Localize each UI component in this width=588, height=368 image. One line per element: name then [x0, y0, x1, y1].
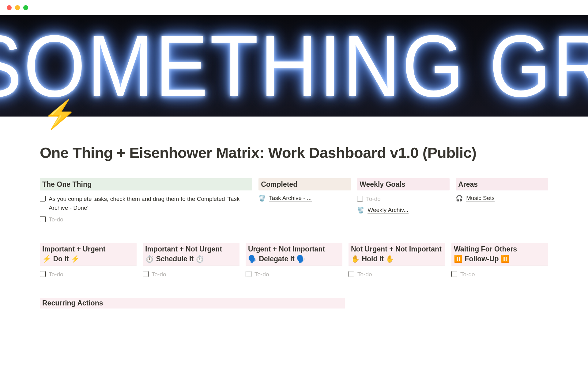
- window-titlebar: [0, 0, 588, 15]
- checkbox[interactable]: [40, 216, 46, 222]
- page-icon[interactable]: ⚡: [43, 98, 77, 130]
- headphones-icon: 🎧: [456, 195, 463, 202]
- checkbox[interactable]: [40, 271, 46, 277]
- matrix-heading[interactable]: Important + Urgent ⚡ Do It ⚡: [40, 243, 137, 266]
- cover-neon-text: DO SOMETHING GREAT: [0, 22, 588, 110]
- todo-placeholder[interactable]: To-do: [460, 270, 548, 279]
- matrix-heading[interactable]: Urgent + Not Important 🗣️ Delegate It 🗣️: [246, 243, 342, 266]
- checkbox[interactable]: [451, 271, 457, 277]
- matrix-row: Important + Urgent ⚡ Do It ⚡ To-do Impor…: [40, 243, 548, 281]
- top-row: The One Thing As you complete tasks, che…: [40, 178, 548, 226]
- minimize-window-button[interactable]: [15, 5, 20, 10]
- one-thing-heading[interactable]: The One Thing: [40, 178, 252, 190]
- completed-heading[interactable]: Completed: [258, 178, 351, 190]
- matrix-col-do-it: Important + Urgent ⚡ Do It ⚡ To-do: [40, 243, 137, 281]
- matrix-col-follow-up: Waiting For Others ⏸️ Follow-Up ⏸️ To-do: [451, 243, 548, 281]
- link-text[interactable]: Music Sets: [466, 195, 495, 202]
- checkbox[interactable]: [40, 196, 46, 201]
- checkbox[interactable]: [143, 271, 149, 277]
- maximize-window-button[interactable]: [23, 5, 28, 10]
- matrix-col-hold-it: Not Urgent + Not Important ✋ Hold It ✋ T…: [349, 243, 445, 281]
- checkbox[interactable]: [349, 271, 354, 277]
- areas-heading[interactable]: Areas: [456, 178, 548, 190]
- todo-item[interactable]: To-do: [451, 269, 548, 280]
- recurring-section: Recurring Actions: [40, 298, 548, 309]
- todo-item[interactable]: To-do: [40, 269, 137, 280]
- checkbox[interactable]: [246, 271, 251, 277]
- page-link[interactable]: 🎧 Music Sets: [456, 194, 548, 203]
- todo-placeholder[interactable]: To-do: [357, 270, 445, 279]
- page-link[interactable]: 🗑️ Task Archive - ...: [258, 194, 351, 203]
- matrix-heading[interactable]: Not Urgent + Not Important ✋ Hold It ✋: [349, 243, 445, 266]
- link-text[interactable]: Weekly Archiv...: [368, 207, 408, 214]
- todo-item[interactable]: To-do: [246, 269, 342, 280]
- todo-item[interactable]: To-do: [357, 194, 450, 205]
- matrix-heading[interactable]: Important + Not Urgent ⏱️ Schedule It ⏱️: [143, 243, 239, 266]
- todo-item[interactable]: To-do: [143, 269, 239, 280]
- weekly-goals-column: Weekly Goals To-do 🗑️ Weekly Archiv...: [357, 178, 450, 226]
- trash-icon: 🗑️: [258, 195, 266, 202]
- todo-placeholder[interactable]: To-do: [152, 270, 239, 279]
- todo-item[interactable]: As you complete tasks, check them and dr…: [40, 194, 252, 213]
- close-window-button[interactable]: [7, 5, 12, 10]
- completed-column: Completed 🗑️ Task Archive - ...: [258, 178, 351, 226]
- areas-column: Areas 🎧 Music Sets: [456, 178, 548, 226]
- todo-item[interactable]: To-do: [40, 214, 252, 225]
- page-title[interactable]: One Thing + Eisenhower Matrix: Work Dash…: [40, 144, 548, 161]
- todo-placeholder[interactable]: To-do: [49, 270, 137, 279]
- checkbox[interactable]: [357, 196, 363, 201]
- matrix-col-delegate-it: Urgent + Not Important 🗣️ Delegate It 🗣️…: [246, 243, 342, 281]
- page-cover[interactable]: DO SOMETHING GREAT: [0, 15, 588, 117]
- recurring-heading[interactable]: Recurring Actions: [40, 298, 345, 309]
- trash-icon: 🗑️: [357, 207, 364, 214]
- todo-text[interactable]: As you complete tasks, check them and dr…: [49, 195, 252, 212]
- todo-placeholder[interactable]: To-do: [254, 270, 342, 279]
- page-link[interactable]: 🗑️ Weekly Archiv...: [357, 205, 450, 215]
- todo-item[interactable]: To-do: [349, 269, 445, 280]
- matrix-col-schedule-it: Important + Not Urgent ⏱️ Schedule It ⏱️…: [143, 243, 239, 281]
- weekly-goals-heading[interactable]: Weekly Goals: [357, 178, 450, 190]
- link-text[interactable]: Task Archive - ...: [269, 195, 311, 202]
- one-thing-column: The One Thing As you complete tasks, che…: [40, 178, 252, 226]
- todo-placeholder[interactable]: To-do: [49, 215, 252, 224]
- matrix-heading[interactable]: Waiting For Others ⏸️ Follow-Up ⏸️: [451, 243, 548, 266]
- page-content: One Thing + Eisenhower Matrix: Work Dash…: [0, 117, 588, 309]
- todo-placeholder[interactable]: To-do: [366, 195, 450, 204]
